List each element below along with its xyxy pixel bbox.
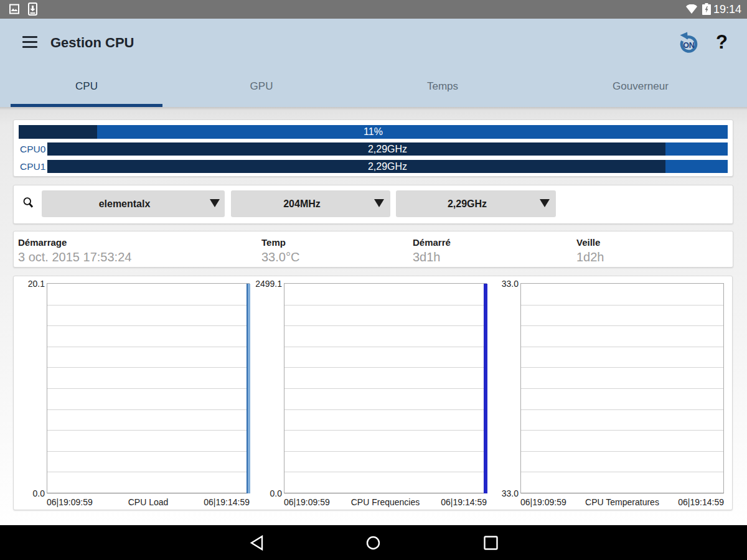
svg-text:ON: ON <box>683 41 695 50</box>
